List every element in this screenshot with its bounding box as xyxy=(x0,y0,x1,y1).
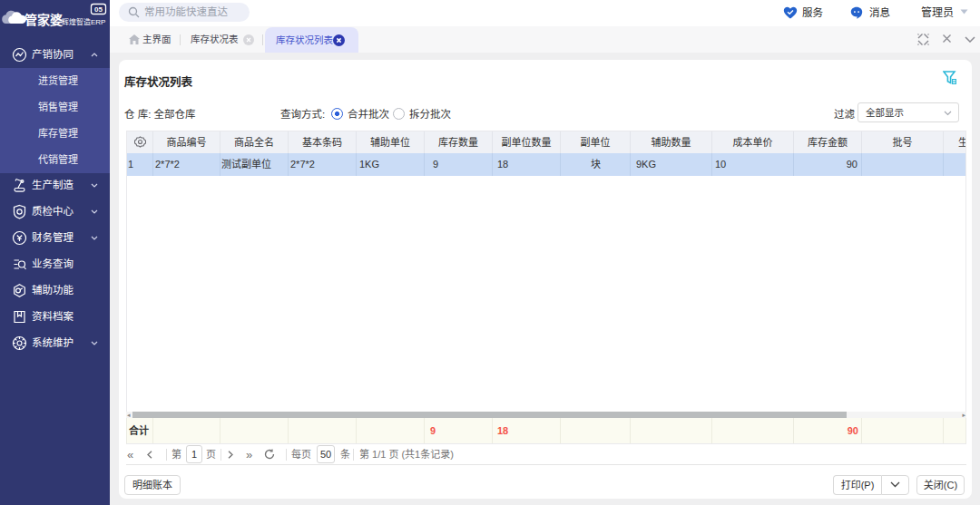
svg-text:05: 05 xyxy=(94,5,103,14)
svg-text:管家婆: 管家婆 xyxy=(24,13,63,27)
svg-text:辉煌智造ERP: 辉煌智造ERP xyxy=(62,17,105,26)
